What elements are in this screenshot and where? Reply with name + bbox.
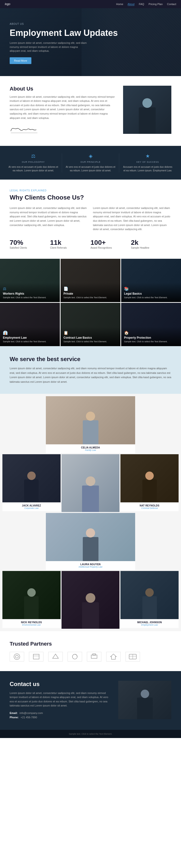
stat-label-4: Sample Headline [131, 247, 167, 249]
philosophy-icon-2: ◈ [66, 153, 115, 159]
team-section: CELIA ALMEDA Family Law JACK ALVAREZ Cor… [0, 394, 181, 631]
service-icon-2: 📄 [63, 286, 118, 291]
contact-photo [118, 681, 171, 719]
why-label: LEGAL RIGHTS EXPLAINED [10, 189, 171, 192]
team-row-2: JACK ALVAREZ Corporate Law NAT REYN [2, 454, 179, 512]
philosophy-text-1: At vero eos et accusam et justo duo dolo… [8, 165, 58, 172]
hero-text: Lorem ipsum dolor sit amet, consectetur … [10, 41, 87, 53]
contact-email-line: Email: info@company.com [10, 712, 111, 714]
philosophy-text-3: Accusam eos et accusam et justo duo dolo… [123, 165, 173, 172]
why-section: LEGAL RIGHTS EXPLAINED Why Clients Choos… [0, 180, 181, 259]
team-card-celia: CELIA ALMEDA Family Law [46, 396, 135, 453]
services-grid: ⚖ Workers Rights Sample text. Click to s… [0, 259, 181, 346]
partner-logo-2 [29, 652, 44, 661]
service-overlay-6: 🏠 Property Protection Sample text. Click… [121, 327, 181, 346]
team-role-celia: Family Law [48, 449, 133, 451]
serve-section: We serve the best service Lorem ipsum do… [0, 346, 181, 394]
service-sub-5: Sample text. Click to select the Text El… [63, 340, 118, 343]
partners-heading: Trusted Partners [10, 641, 171, 647]
nav-pricing[interactable]: Pricing Plan [149, 3, 163, 6]
stat-label-3: Award Recognitions [90, 247, 126, 249]
team-card-nick: NICK REYNOLDS Environmental Law [2, 571, 60, 629]
contact-image [118, 681, 171, 720]
team-card-nat: NAT REYNOLDS Criminal Defense [121, 454, 179, 512]
service-overlay-3: 📚 Legal Basics Sample text. Click to sel… [121, 283, 181, 302]
hero-read-more-button[interactable]: Read More [10, 57, 31, 64]
team-name-nat: NAT REYNOLDS [123, 504, 176, 507]
nav-faq[interactable]: FAQ [139, 3, 144, 6]
hero-section: ABOUT US Employment Law Updates Lorem ip… [0, 8, 181, 76]
team-name-michael: MICHAEL JOHNSON [123, 621, 176, 624]
contact-email-label: Email: [10, 712, 18, 714]
stat-2: 11k Client Referrals [50, 239, 91, 249]
team-spacer-left-3 [2, 513, 46, 570]
service-title-1: Workers Rights [3, 292, 57, 296]
service-overlay-4: 👔 Employment Law Sample text. Click to s… [0, 327, 60, 346]
partner-logo-5 [87, 652, 101, 661]
partner-logo-4 [68, 652, 82, 661]
stat-number-4: 2k [131, 239, 167, 247]
why-col-2: Lorem ipsum dolor sit amet, consectetur … [93, 206, 171, 231]
why-columns: Lorem ipsum dolor sit amet, consectetur … [10, 206, 171, 231]
team-role-nick: Environmental Law [5, 624, 58, 626]
philosophy-icon-3: ★ [123, 153, 173, 159]
svg-rect-5 [91, 655, 97, 658]
service-title-2: Private [63, 292, 118, 296]
service-sub-3: Sample text. Click to select the Text El… [124, 296, 178, 299]
philosophy-label-3: KEY OF SUCCESS [123, 161, 173, 163]
partner-logo-7 [126, 652, 140, 661]
contact-heading: Contact us [10, 681, 111, 687]
service-card-2[interactable]: 📄 Private Sample text. Click to select t… [60, 259, 121, 302]
service-icon-1: ⚖ [3, 286, 57, 291]
philosophy-label-2: OUR PRINCIPLE [66, 161, 115, 163]
contact-phone-line: Phone: +21 456-7890 [10, 716, 111, 719]
service-title-4: Employment Law [3, 336, 57, 339]
team-info-nat: NAT REYNOLDS Criminal Defense [121, 502, 179, 511]
philosophy-item-3: ★ KEY OF SUCCESS Accusam eos et accusam … [119, 153, 176, 172]
about-heading: About Us [10, 86, 116, 92]
team-row-3: LAURA NGUYEN Intellectual Property Law [2, 513, 179, 570]
philosophy-text-2: At vero eos et accusam et justo duo dolo… [66, 165, 115, 172]
service-card-3[interactable]: 📚 Legal Basics Sample text. Click to sel… [121, 259, 181, 302]
nav-home[interactable]: Home [116, 3, 123, 6]
footer-text: Sample text. Click to select the Text El… [10, 733, 171, 735]
philosophy-label-1: OUR PHILOSOPHY [8, 161, 58, 163]
signature [10, 124, 116, 136]
team-card-michael: MICHAEL JOHNSON Employment Law [121, 571, 179, 629]
service-card-1[interactable]: ⚖ Workers Rights Sample text. Click to s… [0, 259, 60, 302]
stat-number-1: 70% [10, 239, 45, 247]
nav-about[interactable]: About [128, 3, 135, 6]
team-name-jack: JACK ALVAREZ [5, 504, 58, 507]
stat-4: 2k Sample Headline [131, 239, 172, 249]
footer: Sample text. Click to select the Text El… [0, 730, 181, 738]
partner-logo-6 [106, 652, 121, 661]
hero-label: ABOUT US [10, 23, 171, 25]
service-sub-2: Sample text. Click to select the Text El… [63, 296, 118, 299]
contact-phone-value: +21 456-7890 [21, 716, 37, 719]
service-sub-6: Sample text. Click to select the Text El… [124, 340, 178, 343]
svg-point-1 [16, 655, 18, 658]
partner-logo-3 [48, 652, 63, 661]
philosophy-item-2: ◈ OUR PRINCIPLE At vero eos et accusam e… [62, 153, 119, 172]
team-role-michael: Employment Law [123, 624, 176, 626]
service-card-4[interactable]: 👔 Employment Law Sample text. Click to s… [0, 303, 60, 346]
team-info-michael: MICHAEL JOHNSON Employment Law [121, 619, 179, 628]
contact-email-value: info@company.com [20, 712, 43, 714]
serve-heading: We serve the best service [10, 356, 171, 363]
team-spacer-right-1 [135, 396, 179, 453]
team-spacer-left-1 [2, 396, 46, 453]
nav-contact[interactable]: Contact [167, 3, 176, 6]
service-card-5[interactable]: 📋 Contract Law Basics Sample text. Click… [60, 303, 121, 346]
service-card-6[interactable]: 🏠 Property Protection Sample text. Click… [121, 303, 181, 346]
nav-links: Home About FAQ Pricing Plan Contact [116, 3, 176, 6]
team-row-4: NICK REYNOLDS Environmental Law MICHAEL … [2, 571, 179, 629]
service-overlay-2: 📄 Private Sample text. Click to select t… [60, 283, 121, 302]
partners-row [10, 652, 171, 661]
why-heading: Why Clients Choose Us? [10, 194, 171, 201]
contact-phone-label: Phone: [10, 716, 19, 719]
stat-label-2: Client Referrals [50, 247, 86, 249]
contact-section: Contact us Lorem ipsum dolor sit amet, c… [0, 671, 181, 730]
service-sub-4: Sample text. Click to select the Text El… [3, 340, 57, 343]
partners-section: Trusted Partners [0, 631, 181, 671]
contact-text: Lorem ipsum dolor sit amet, consectetur … [10, 691, 111, 708]
